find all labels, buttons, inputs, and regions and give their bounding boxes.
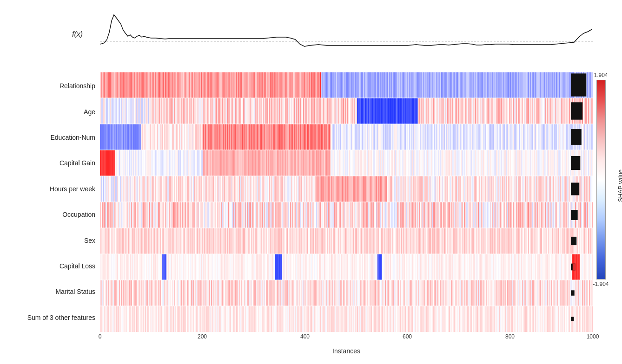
x-axis-title: Instances xyxy=(100,347,593,355)
heatmap-area xyxy=(100,72,593,332)
y-label-capital-gain: Capital Gain xyxy=(5,159,95,167)
y-label-sex: Sex xyxy=(5,237,95,244)
colorbar-title: SHAP value xyxy=(617,86,622,286)
y-label-age: Age xyxy=(5,108,95,116)
x-tick-200: 200 xyxy=(198,333,207,340)
x-axis: 0 200 400 600 800 1000 xyxy=(100,333,593,347)
colorbar-container: 1.904 -1.904 SHAP value xyxy=(588,72,614,287)
fx-label: f(x) xyxy=(72,30,83,39)
x-tick-400: 400 xyxy=(300,333,310,340)
colorbar-bottom-value: -1.904 xyxy=(593,281,609,287)
y-label-sum-3-features: Sum of 3 other features xyxy=(5,314,95,321)
y-label-occupation: Occupation xyxy=(5,211,95,218)
fx-line-chart xyxy=(100,5,593,65)
x-tick-800: 800 xyxy=(505,333,515,340)
y-label-relationship: Relationship xyxy=(5,82,95,90)
importance-bars xyxy=(571,72,587,332)
x-tick-600: 600 xyxy=(403,333,412,340)
y-label-education-num: Education-Num xyxy=(5,134,95,141)
y-label-marital-status: Marital Status xyxy=(5,288,95,295)
colorbar-top-value: 1.904 xyxy=(594,72,608,78)
colorbar-gradient xyxy=(596,80,606,280)
x-tick-1000: 1000 xyxy=(587,333,599,340)
y-label-capital-loss: Capital Loss xyxy=(5,262,95,270)
y-label-hours-per-week: Hours per week xyxy=(5,185,95,193)
x-tick-0: 0 xyxy=(99,333,102,340)
